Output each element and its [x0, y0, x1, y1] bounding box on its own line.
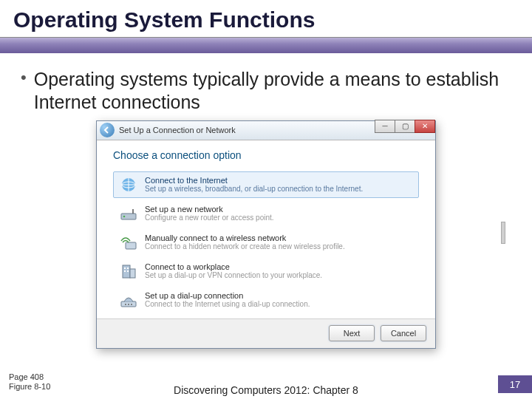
svg-rect-8: [124, 267, 126, 269]
option-title: Connect to the Internet: [145, 176, 363, 185]
footer-center-text: Discovering Computers 2012: Chapter 8: [148, 384, 384, 396]
option-workplace[interactable]: Connect to a workplace Set up a dial-up …: [113, 258, 419, 284]
slide-number: 17: [498, 375, 532, 393]
option-subtitle: Set up a dial-up or VPN connection to yo…: [145, 271, 322, 279]
svg-point-14: [128, 304, 129, 305]
minimize-button[interactable]: ─: [375, 120, 395, 133]
svg-rect-11: [127, 270, 129, 272]
globe-icon: [118, 176, 139, 194]
option-subtitle: Connect to a hidden network or create a …: [145, 242, 345, 250]
option-manual-wireless[interactable]: Manually connect to a wireless network C…: [113, 229, 419, 256]
option-connect-internet[interactable]: Connect to the Internet Set up a wireles…: [113, 171, 419, 198]
page-reference: Page 408 Figure 8-10: [9, 372, 50, 392]
connection-wizard-window: Set Up a Connection or Network ─ ▢ ✕ Cho…: [96, 120, 436, 349]
wireless-icon: [118, 233, 139, 251]
dialog-figure: Set Up a Connection or Network ─ ▢ ✕ Cho…: [0, 120, 532, 349]
next-button[interactable]: Next: [329, 325, 375, 341]
option-title: Manually connect to a wireless network: [145, 233, 345, 242]
back-button[interactable]: [100, 123, 115, 137]
page-number: Page 408: [9, 372, 50, 382]
option-new-network[interactable]: Set up a new network Configure a new rou…: [113, 200, 419, 227]
option-subtitle: Set up a wireless, broadband, or dial-up…: [145, 185, 363, 193]
building-icon: [118, 262, 139, 280]
bullet-marker: •: [21, 68, 27, 87]
scrollbar-hint: [501, 222, 505, 244]
slide-title: Operating System Functions: [0, 0, 532, 35]
svg-rect-6: [123, 265, 130, 278]
svg-point-4: [123, 215, 126, 217]
svg-point-13: [125, 304, 126, 305]
close-button[interactable]: ✕: [415, 120, 435, 133]
router-icon: [118, 205, 139, 222]
window-buttons: ─ ▢ ✕: [375, 120, 435, 133]
option-subtitle: Connect to the Internet using a dial-up …: [145, 300, 310, 308]
bullet-item: • Operating systems typically provide a …: [21, 68, 511, 115]
option-title: Set up a dial-up connection: [145, 291, 310, 300]
cancel-button[interactable]: Cancel: [381, 325, 426, 341]
dialog-heading: Choose a connection option: [113, 149, 419, 161]
svg-rect-10: [124, 270, 126, 272]
window-titlebar[interactable]: Set Up a Connection or Network ─ ▢ ✕: [97, 121, 435, 140]
svg-rect-5: [126, 242, 136, 249]
figure-ref: Figure 8-10: [9, 382, 50, 392]
dialog-body: Choose a connection option Connect to th…: [97, 140, 435, 318]
option-title: Set up a new network: [145, 205, 274, 214]
bullet-text: Operating systems typically provide a me…: [34, 68, 511, 115]
slide-footer: Page 408 Figure 8-10 Discovering Compute…: [0, 364, 532, 399]
svg-rect-7: [130, 269, 135, 278]
maximize-button[interactable]: ▢: [395, 120, 415, 133]
option-title: Connect to a workplace: [145, 262, 322, 271]
phone-icon: [118, 291, 139, 309]
svg-rect-9: [127, 267, 129, 269]
option-dialup[interactable]: Set up a dial-up connection Connect to t…: [113, 287, 419, 313]
dialog-footer: Next Cancel: [97, 318, 435, 348]
bullet-region: • Operating systems typically provide a …: [0, 53, 532, 120]
option-subtitle: Configure a new router or access point.: [145, 214, 274, 222]
svg-point-15: [131, 304, 132, 305]
window-title: Set Up a Connection or Network: [119, 126, 236, 134]
title-accent-bar: [0, 37, 532, 53]
